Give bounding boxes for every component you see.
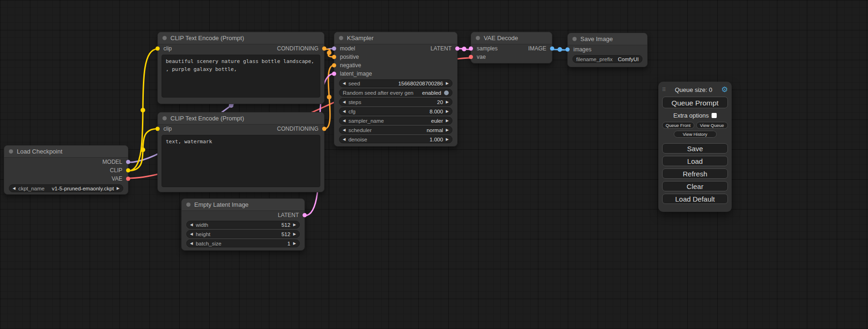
load-default-button[interactable]: Load Default [662,194,728,204]
node-empty-latent-image[interactable]: Empty Latent Image LATENT ◀ width 512 ▶ … [181,198,305,251]
graph-canvas[interactable]: { "colors": { "model": "#B39DDB", "clip"… [0,0,868,329]
view-queue-button[interactable]: View Queue [696,122,728,129]
widget-seed[interactable]: ◀ seed 156680208700286 ▶ [339,79,452,87]
link-dot-image[interactable] [557,47,562,52]
output-slot-clip[interactable] [126,168,130,173]
decrement-arrow-icon[interactable]: ◀ [343,119,346,123]
increment-arrow-icon[interactable]: ▶ [446,138,449,141]
widget-label: denoise [348,137,367,142]
input-slot-positive[interactable] [332,55,336,59]
link-dot-clip-negative[interactable] [141,147,145,152]
gear-icon[interactable]: ⚙ [721,86,728,93]
input-row-latent-image: latent_image [334,70,457,78]
increment-arrow-icon[interactable]: ▶ [446,82,449,85]
widget-height[interactable]: ◀ height 512 ▶ [186,230,300,238]
input-slot-latent-image[interactable] [332,72,336,76]
node-save-image[interactable]: Save Image images filename_prefix ComfyU… [567,33,648,67]
increment-arrow-icon[interactable]: ▶ [446,110,449,113]
increment-arrow-icon[interactable]: ▶ [293,223,296,227]
decrement-arrow-icon[interactable]: ◀ [343,128,346,132]
collapse-dot[interactable] [162,116,167,120]
output-slot-image[interactable] [550,47,554,51]
increment-arrow-icon[interactable]: ▶ [117,187,120,190]
widget-seed-control[interactable]: Random seed after every gen enabled [339,89,452,97]
node-title-bar[interactable]: VAE Decode [471,32,552,44]
input-slot-vae[interactable] [469,55,473,59]
menu-panel: ⠿ Queue size: 0 ⚙ Queue Prompt Extra opt… [658,82,732,212]
clear-button[interactable]: Clear [662,181,728,191]
output-slot-vae[interactable] [126,177,130,181]
node-load-checkpoint[interactable]: Load Checkpoint MODEL CLIP VAE ◀ ckpt_na… [4,145,128,195]
node-title-bar[interactable]: CLIP Text Encode (Prompt) [158,112,324,125]
input-slot-images[interactable] [565,48,570,52]
node-clip-text-encode-negative[interactable]: CLIP Text Encode (Prompt) clip CONDITION… [157,112,325,192]
output-label: LATENT [430,45,452,52]
widget-steps[interactable]: ◀ steps 20 ▶ [339,98,452,106]
node-ksampler[interactable]: KSampler model LATENT positive negative … [334,32,458,147]
increment-arrow-icon[interactable]: ▶ [446,100,449,104]
prompt-textarea[interactable]: beautiful scenery nature glass bottle la… [162,55,320,98]
extra-options-checkbox[interactable] [712,113,717,118]
link-dot-latent-samples[interactable] [462,47,466,51]
output-slot-conditioning[interactable] [322,47,326,51]
decrement-arrow-icon[interactable]: ◀ [343,110,346,113]
widget-cfg[interactable]: ◀ cfg 8.000 ▶ [339,107,452,115]
increment-arrow-icon[interactable]: ▶ [446,119,449,123]
prompt-textarea[interactable]: text, watermark [162,135,320,187]
output-label: CONDITIONING [277,126,318,132]
output-slot-latent[interactable] [455,47,459,51]
node-vae-decode[interactable]: VAE Decode samples IMAGE vae [471,32,552,63]
load-button[interactable]: Load [662,156,728,166]
input-slot-negative[interactable] [332,63,336,68]
save-button[interactable]: Save [662,143,728,154]
decrement-arrow-icon[interactable]: ◀ [190,223,193,227]
increment-arrow-icon[interactable]: ▶ [293,232,296,236]
drag-handle-icon[interactable]: ⠿ [662,87,666,93]
output-slot-latent[interactable] [303,213,307,217]
widget-denoise[interactable]: ◀ denoise 1.000 ▶ [339,135,452,143]
widget-value: 512 [282,231,290,237]
link-dot-conditioning-positive[interactable] [327,50,332,55]
input-label: images [573,46,592,53]
collapse-dot[interactable] [162,36,167,40]
collapse-dot[interactable] [9,149,13,154]
input-slot-clip[interactable] [155,47,160,51]
node-title-bar[interactable]: Empty Latent Image [182,199,304,211]
collapse-dot[interactable] [572,37,577,41]
decrement-arrow-icon[interactable]: ◀ [190,242,193,245]
decrement-arrow-icon[interactable]: ◀ [343,82,346,85]
link-dot-clip-positive[interactable] [141,108,145,112]
widget-scheduler[interactable]: ◀ scheduler normal ▶ [339,126,452,134]
widget-batch-size[interactable]: ◀ batch_size 1 ▶ [186,239,300,247]
node-title-bar[interactable]: Load Checkpoint [4,146,128,158]
node-title-bar[interactable]: KSampler [334,32,457,44]
queue-front-button[interactable]: Queue Front [662,122,694,129]
node-title-bar[interactable]: Save Image [568,33,647,45]
view-history-button[interactable]: View History [674,131,717,138]
widget-width[interactable]: ◀ width 512 ▶ [186,221,300,229]
widget-sampler-name[interactable]: ◀ sampler_name euler ▶ [339,117,452,125]
queue-prompt-button[interactable]: Queue Prompt [662,97,728,108]
widget-filename-prefix[interactable]: filename_prefix ComfyUI [572,55,642,63]
collapse-dot[interactable] [186,203,191,207]
output-slot-model[interactable] [126,160,130,164]
node-clip-text-encode-positive[interactable]: CLIP Text Encode (Prompt) clip CONDITION… [157,32,325,104]
refresh-button[interactable]: Refresh [662,168,728,179]
decrement-arrow-icon[interactable]: ◀ [343,138,346,141]
decrement-arrow-icon[interactable]: ◀ [343,100,346,104]
input-slot-clip[interactable] [155,127,160,131]
input-slot-model[interactable] [332,47,336,51]
node-title-bar[interactable]: CLIP Text Encode (Prompt) [158,32,324,44]
widget-ckpt-name[interactable]: ◀ ckpt_name v1-5-pruned-emaonly.ckpt ▶ [9,184,123,192]
toggle-knob[interactable] [444,91,449,95]
output-label: CONDITIONING [277,45,318,52]
output-slot-conditioning[interactable] [322,127,326,131]
decrement-arrow-icon[interactable]: ◀ [190,232,193,236]
decrement-arrow-icon[interactable]: ◀ [13,187,15,190]
increment-arrow-icon[interactable]: ▶ [293,242,296,245]
input-slot-samples[interactable] [469,47,473,51]
collapse-dot[interactable] [476,36,480,40]
collapse-dot[interactable] [339,36,343,40]
increment-arrow-icon[interactable]: ▶ [446,128,449,132]
link-dot-conditioning-negative[interactable] [327,95,332,99]
